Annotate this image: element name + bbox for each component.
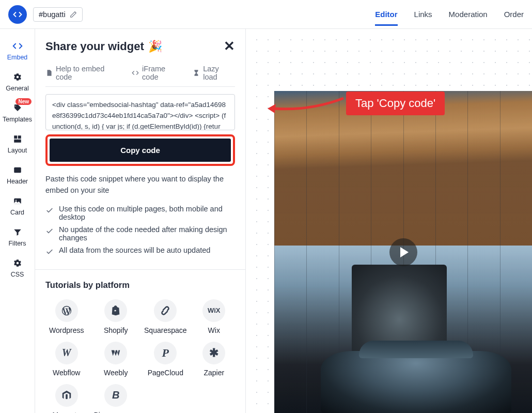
- platform-squarespace[interactable]: Squarespace: [144, 299, 187, 334]
- platform-shopify[interactable]: Shopify: [93, 299, 138, 334]
- platform-pagecloud[interactable]: PPageCloud: [144, 342, 187, 377]
- tutorials-title: Tutorials by platform: [45, 280, 235, 290]
- nav-order[interactable]: Order: [504, 6, 524, 23]
- nav-editor[interactable]: Editor: [375, 6, 397, 23]
- party-icon: 🎉: [148, 40, 162, 53]
- nav-links[interactable]: Links: [414, 6, 432, 23]
- sidebar-general[interactable]: General: [0, 66, 35, 97]
- arrow-icon: [263, 90, 346, 116]
- check-icon: [45, 227, 54, 235]
- copy-highlight: Copy code: [45, 134, 235, 166]
- platform-webflow[interactable]: WWebflow: [45, 342, 87, 377]
- code-icon: [12, 40, 23, 52]
- sidebar-card[interactable]: Card: [0, 190, 35, 221]
- document-icon: [45, 69, 53, 77]
- code-icon: [132, 69, 139, 77]
- svg-rect-0: [14, 135, 17, 139]
- platform-wordpress[interactable]: Wordpress: [45, 299, 87, 334]
- header-icon: [12, 164, 23, 176]
- hashtag-chip[interactable]: #bugatti: [33, 7, 83, 22]
- svg-rect-1: [18, 135, 21, 139]
- code-box[interactable]: <div class="embedsocial-hashtag" data-re…: [45, 94, 235, 130]
- check-row: No update of the code needed after makin…: [45, 223, 235, 244]
- panel-title: Share your widget 🎉: [45, 40, 162, 53]
- annotation: Tap 'Copy code': [263, 90, 445, 116]
- tab-iframe[interactable]: iFrame code: [132, 65, 183, 81]
- sidebar-header[interactable]: Header: [0, 159, 35, 190]
- gear-icon: [12, 257, 23, 269]
- paste-description: Paste this code snippet where you want t…: [45, 173, 235, 196]
- sidebar-css[interactable]: CSS: [0, 252, 35, 283]
- check-icon: [45, 206, 54, 215]
- play-icon[interactable]: [389, 238, 417, 266]
- platform-bigcommerce[interactable]: BBigcommerce: [93, 384, 138, 413]
- top-bar: #bugatti Editor Links Moderation Order: [0, 0, 532, 29]
- top-nav: Editor Links Moderation Order: [375, 6, 524, 23]
- check-row: All data from the sources will be auto u…: [45, 244, 235, 258]
- copy-button[interactable]: Copy code: [50, 139, 231, 162]
- new-badge: New: [15, 98, 32, 105]
- nav-moderation[interactable]: Moderation: [449, 6, 488, 23]
- sidebar-templates[interactable]: New Templates: [0, 97, 35, 128]
- svg-point-6: [15, 200, 16, 201]
- share-panel: Share your widget 🎉 ✕ Help to embed code…: [35, 29, 246, 413]
- filter-icon: [12, 226, 23, 238]
- check-icon: [45, 248, 54, 256]
- sidebar-embed[interactable]: Embed: [0, 35, 35, 66]
- sidebar-filters[interactable]: Filters: [0, 221, 35, 252]
- sidebar-layout[interactable]: Layout: [0, 128, 35, 159]
- check-row: Use this code on multiple pages, both mo…: [45, 203, 235, 223]
- car-visual: [321, 351, 511, 413]
- tab-lazy[interactable]: Lazy load: [193, 65, 235, 81]
- tab-help[interactable]: Help to embed code: [45, 65, 122, 81]
- preview-media[interactable]: [274, 91, 532, 413]
- embed-tabs: Help to embed code iFrame code Lazy load: [45, 65, 235, 87]
- app-logo[interactable]: [8, 5, 27, 24]
- platform-zapier[interactable]: ✱Zapier: [193, 342, 235, 377]
- annotation-label: Tap 'Copy code': [346, 91, 445, 115]
- image-icon: [12, 195, 23, 207]
- divider: [35, 269, 245, 270]
- gear-icon: [12, 71, 23, 83]
- platform-grid: Wordpress Shopify Squarespace WiXWix WWe…: [45, 299, 235, 413]
- pencil-icon: [70, 11, 77, 18]
- layout-icon: [12, 133, 23, 145]
- hashtag-text: #bugatti: [39, 10, 66, 19]
- close-icon[interactable]: ✕: [224, 38, 235, 54]
- platform-wix[interactable]: WiXWix: [193, 299, 235, 334]
- sidebar: Embed General New Templates Layout Heade…: [0, 29, 35, 413]
- svg-rect-2: [14, 140, 21, 143]
- platform-weebly[interactable]: Weebly: [93, 342, 138, 377]
- preview-area: [246, 29, 532, 413]
- platform-magento[interactable]: Magento: [45, 384, 87, 413]
- hourglass-icon: [193, 69, 200, 77]
- check-list: Use this code on multiple pages, both mo…: [45, 203, 235, 258]
